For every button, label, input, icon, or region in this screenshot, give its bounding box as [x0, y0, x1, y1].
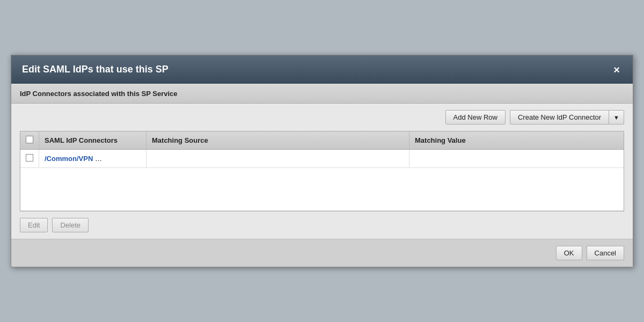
create-connector-button[interactable]: Create New IdP Connector	[510, 110, 609, 125]
idp-connectors-table-container: SAML IdP Connectors Matching Source Matc…	[20, 131, 624, 211]
add-new-row-button[interactable]: Add New Row	[445, 110, 506, 125]
create-connector-dropdown-arrow[interactable]: ▼	[609, 110, 624, 125]
table-body: /Common/VPN …	[20, 150, 624, 211]
delete-button[interactable]: Delete	[52, 218, 89, 232]
table-header: SAML IdP Connectors Matching Source Matc…	[20, 131, 624, 150]
header-checkbox-cell	[20, 131, 39, 150]
empty-cell	[20, 168, 624, 211]
toolbar: Add New Row Create New IdP Connector ▼	[11, 104, 633, 131]
dialog-footer: OK Cancel	[11, 239, 633, 267]
connector-link[interactable]: /Common/VPN	[45, 155, 93, 163]
cancel-button[interactable]: Cancel	[587, 246, 624, 260]
section-header: IdP Connectors associated with this SP S…	[11, 84, 633, 104]
header-matching-value: Matching Value	[409, 131, 624, 150]
dialog-header: Edit SAML IdPs that use this SP ×	[11, 55, 633, 84]
header-matching-source: Matching Source	[147, 131, 409, 150]
row-checkbox[interactable]	[26, 154, 33, 162]
table-header-row: SAML IdP Connectors Matching Source Matc…	[20, 131, 624, 150]
edit-saml-dialog: Edit SAML IdPs that use this SP × IdP Co…	[11, 55, 633, 267]
row-connector-cell: /Common/VPN …	[39, 150, 147, 168]
row-value-cell	[409, 150, 624, 168]
dialog-title: Edit SAML IdPs that use this SP	[22, 64, 169, 75]
action-bar: Edit Delete	[11, 211, 633, 239]
row-checkbox-cell	[20, 150, 39, 168]
connector-ellipsis: …	[95, 155, 102, 163]
header-saml-connectors: SAML IdP Connectors	[39, 131, 147, 150]
table-row: /Common/VPN …	[20, 150, 624, 168]
create-connector-split-button: Create New IdP Connector ▼	[510, 110, 624, 125]
dialog-body: IdP Connectors associated with this SP S…	[11, 84, 633, 239]
idp-connectors-table: SAML IdP Connectors Matching Source Matc…	[20, 131, 624, 211]
close-button[interactable]: ×	[611, 64, 622, 75]
header-checkbox[interactable]	[26, 136, 33, 143]
edit-button[interactable]: Edit	[20, 218, 48, 232]
empty-row	[20, 168, 624, 211]
row-source-cell	[147, 150, 409, 168]
ok-button[interactable]: OK	[556, 246, 582, 260]
